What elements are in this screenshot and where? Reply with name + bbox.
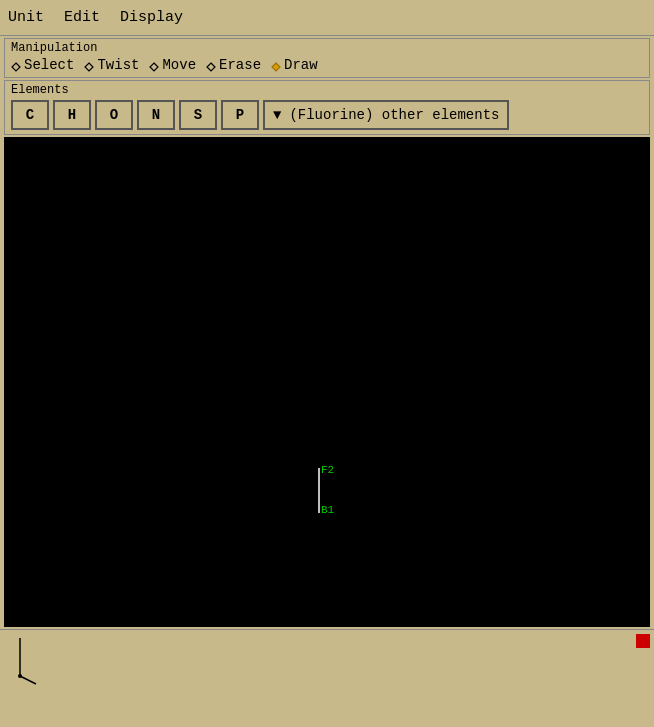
svg-line-7 bbox=[20, 676, 36, 684]
element-other[interactable]: ▼ (Fluorine) other elements bbox=[263, 100, 509, 130]
canvas-area[interactable]: F2 B1 bbox=[4, 137, 650, 627]
element-O[interactable]: O bbox=[95, 100, 133, 130]
element-P[interactable]: P bbox=[221, 100, 259, 130]
menu-unit[interactable]: Unit bbox=[4, 7, 48, 28]
atom-f2-label: F2 bbox=[321, 464, 334, 476]
menu-display[interactable]: Display bbox=[116, 7, 187, 28]
tool-twist[interactable]: Twist bbox=[84, 57, 139, 73]
manipulation-label: Manipulation bbox=[11, 41, 643, 55]
tool-erase[interactable]: Erase bbox=[206, 57, 261, 73]
move-label: Move bbox=[162, 57, 196, 73]
erase-radio[interactable] bbox=[206, 60, 216, 70]
draw-radio[interactable] bbox=[271, 60, 281, 70]
svg-marker-4 bbox=[272, 63, 280, 71]
manipulation-bar: Manipulation Select Twist Move Erase bbox=[4, 38, 650, 78]
dropdown-arrow-icon: ▼ bbox=[273, 107, 281, 123]
select-radio[interactable] bbox=[11, 60, 21, 70]
elements-label: Elements bbox=[11, 83, 643, 97]
tool-move[interactable]: Move bbox=[149, 57, 196, 73]
angle-indicator bbox=[8, 636, 38, 686]
elements-buttons: C H O N S P ▼ (Fluorine) other elements bbox=[11, 100, 643, 130]
svg-point-8 bbox=[18, 674, 22, 678]
atom-b1-label: B1 bbox=[321, 504, 335, 516]
tool-select[interactable]: Select bbox=[11, 57, 74, 73]
tool-draw[interactable]: Draw bbox=[271, 57, 318, 73]
molecule-drawing: F2 B1 bbox=[304, 463, 354, 523]
erase-label: Erase bbox=[219, 57, 261, 73]
element-C[interactable]: C bbox=[11, 100, 49, 130]
draw-label: Draw bbox=[284, 57, 318, 73]
svg-marker-2 bbox=[150, 63, 158, 71]
element-S[interactable]: S bbox=[179, 100, 217, 130]
elements-bar: Elements C H O N S P ▼ (Fluorine) other … bbox=[4, 80, 650, 135]
menu-bar: Unit Edit Display bbox=[0, 0, 654, 36]
select-label: Select bbox=[24, 57, 74, 73]
twist-radio[interactable] bbox=[84, 60, 94, 70]
menu-edit[interactable]: Edit bbox=[60, 7, 104, 28]
red-indicator bbox=[636, 634, 650, 648]
element-H[interactable]: H bbox=[53, 100, 91, 130]
status-icon bbox=[8, 636, 38, 686]
fluorine-label: (Fluorine) other elements bbox=[289, 107, 499, 123]
manipulation-tools: Select Twist Move Erase Draw bbox=[11, 57, 643, 73]
move-radio[interactable] bbox=[149, 60, 159, 70]
element-N[interactable]: N bbox=[137, 100, 175, 130]
svg-marker-0 bbox=[12, 63, 20, 71]
svg-marker-1 bbox=[85, 63, 93, 71]
status-bar bbox=[0, 629, 654, 691]
twist-label: Twist bbox=[97, 57, 139, 73]
svg-marker-3 bbox=[207, 63, 215, 71]
